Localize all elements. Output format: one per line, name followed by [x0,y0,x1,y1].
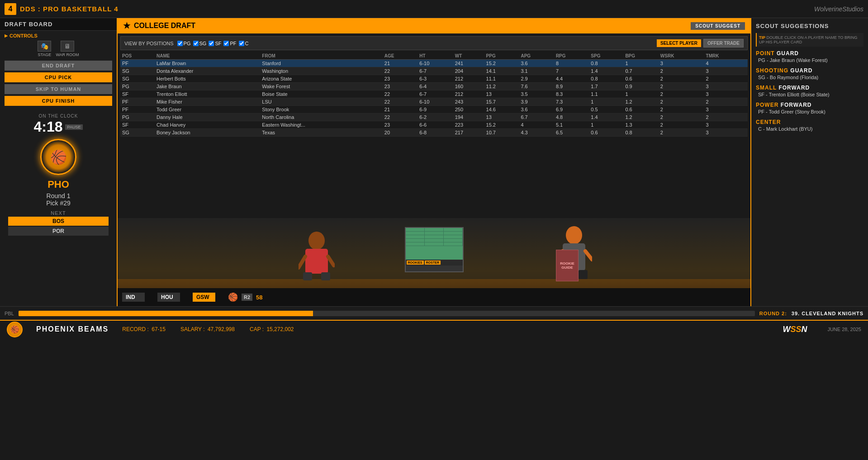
svg-line-3 [328,256,334,266]
roster-button[interactable]: ROSTER [425,261,441,265]
offer-trade-button[interactable]: OFFER TRADE [703,39,744,47]
cell-from: LSU [260,98,383,106]
cell-ht: 6-8 [417,129,453,137]
cell-spg: 1 [589,121,623,129]
date-label: JUNE 28, 2025 [827,327,861,332]
studio-logo: WolverineStudios [814,5,863,13]
cell-pos: PG [120,83,155,90]
scout-point-guard: POINT GUARD PG - Jake Braun (Wake Forest… [756,50,863,63]
cell-age: 21 [383,60,417,67]
table-row[interactable]: SG Herbert Botts Arizona State 23 6-3 21… [120,75,748,83]
pos-pf-checkbox[interactable]: PF [223,41,236,46]
character-left [299,227,335,281]
magazine-stack[interactable]: ROOKIEGUIDE [556,250,579,281]
scout-sg-player[interactable]: SG - Bo Raymond (Florida) [756,75,863,80]
cell-pos: SF [120,90,155,98]
scout-pf-title: POWER FORWARD [756,102,863,108]
laptop[interactable]: ROOKIES ROSTER [405,227,464,272]
col-ht[interactable]: HT [417,52,453,60]
title-bar: 4 DDS : PRO BASKETBALL 4 WolverineStudio… [0,0,868,18]
table-row[interactable]: PF Mike Fisher LSU 22 6-10 243 15.7 3.9 … [120,98,748,106]
col-name[interactable]: NAME [155,52,260,60]
pick-info: 39. CLEVELAND KNIGHTS [792,311,863,316]
col-apg[interactable]: APG [519,52,554,60]
table-row[interactable]: SG Donta Alexander Washington 22 6-7 204… [120,67,748,75]
col-from[interactable]: FROM [260,52,383,60]
table-row[interactable]: SG Boney Jackson Texas 20 6-8 217 10.7 4… [120,129,748,137]
scout-c-title: CENTER [756,119,863,125]
cell-age: 23 [383,83,417,90]
cell-ppg: 10.7 [484,129,519,137]
clock-time: 4:18 [34,119,63,135]
cell-bpg: 0.7 [623,67,658,75]
end-draft-button[interactable]: END DRAFT [5,61,112,71]
player-table-scroll[interactable]: POS NAME FROM AGE HT WT PPG APG RPG SPG … [120,52,748,137]
pos-sf-checkbox[interactable]: SF [209,41,221,46]
scout-sf-player[interactable]: SF - Trenton Elliott (Boise State) [756,92,863,97]
table-row[interactable]: PF Todd Greer Stony Brook 21 6-9 250 14.… [120,106,748,114]
col-spg[interactable]: SPG [589,52,623,60]
cell-pos: PF [120,106,155,114]
cell-rpg: 6.5 [554,129,589,137]
table-row[interactable]: PF LaMar Brown Stanford 21 6-10 241 15.2… [120,60,748,67]
next-team-bos: BOS [8,217,109,226]
stage-label: STAGE [38,52,51,57]
on-the-clock-label: ON THE CLOCK [4,114,113,119]
cell-age: 21 [383,106,417,114]
team-logo: 🏀 [40,139,76,175]
table-row[interactable]: SF Trenton Elliott Boise State 22 6-7 21… [120,90,748,98]
col-pos[interactable]: POS [120,52,155,60]
select-player-button[interactable]: SELECT PLAYER [657,39,701,47]
cell-from: Washington [260,67,383,75]
cell-bpg: 0.6 [623,106,658,114]
cpu-finish-button[interactable]: CPU FINISH [5,96,112,106]
app-title: DDS : PRO BASKETBALL 4 [20,5,119,13]
col-age[interactable]: AGE [383,52,417,60]
col-rpg[interactable]: RPG [554,52,589,60]
ticker-team-ind: IND [122,293,145,302]
scout-power-forward: POWER FORWARD PF - Todd Greer (Stony Bro… [756,102,863,114]
cell-name: Jake Braun [155,83,260,90]
view-positions-bar: VIEW BY POSITIONS PG SG SF PF C SELECT P… [120,36,748,50]
cell-tmrk: 2 [704,114,748,121]
table-row[interactable]: SF Chad Harvey Eastern Washingt... 23 6-… [120,121,748,129]
cell-from: Texas [260,129,383,137]
round-info: ROUND 2: [759,311,787,316]
svg-point-0 [308,232,325,250]
cpu-pick-button[interactable]: CPU PICK [5,72,112,82]
svg-point-6 [566,226,582,244]
cell-age: 22 [383,98,417,106]
cell-tmrk: 2 [704,75,748,83]
star-icon: ★ [123,21,130,31]
status-bar: 🏀 PHOENIX BEAMS RECORD : 67-15 SALARY : … [0,320,868,338]
col-wt[interactable]: WT [453,52,484,60]
pos-sg-checkbox[interactable]: SG [193,41,207,46]
cell-apg: 3.9 [519,98,554,106]
skip-human-button[interactable]: SKIP TO HUMAN [5,84,112,94]
cell-wt: 212 [453,75,484,83]
cell-wsrk: 2 [659,129,704,137]
col-bpg[interactable]: BPG [623,52,658,60]
team-name-status: PHOENIX BEAMS [36,325,109,333]
stage-control[interactable]: 🎭 STAGE [38,41,51,57]
scout-pf-player[interactable]: PF - Todd Greer (Stony Brook) [756,109,863,114]
scout-c-player[interactable]: C - Mark Lockhart (BYU) [756,126,863,132]
war-room-control[interactable]: 🖥 WAR ROOM [56,41,79,57]
rookies-button[interactable]: ROOKIES [407,261,424,265]
cell-bpg: 0.8 [623,129,658,137]
scout-suggest-button[interactable]: SCOUT SUGGEST [691,22,745,30]
col-wsrk[interactable]: WSRK [659,52,704,60]
scout-pg-title: POINT GUARD [756,50,863,57]
pos-pg-checkbox[interactable]: PG [177,41,191,46]
pause-button[interactable]: PAUSE [65,124,83,130]
cell-rpg: 7.3 [554,98,589,106]
cell-apg: 3.5 [519,90,554,98]
view-positions-label: VIEW BY POSITIONS [124,41,174,46]
col-ppg[interactable]: PPG [484,52,519,60]
cell-spg: 0.6 [589,129,623,137]
table-row[interactable]: PG Jake Braun Wake Forest 23 6-4 160 11.… [120,83,748,90]
table-row[interactable]: PG Danny Hale North Carolina 22 6-2 194 … [120,114,748,121]
pos-c-checkbox[interactable]: C [239,41,249,46]
col-tmrk[interactable]: TMRK [704,52,748,60]
scout-pg-player[interactable]: PG - Jake Braun (Wake Forest) [756,57,863,63]
